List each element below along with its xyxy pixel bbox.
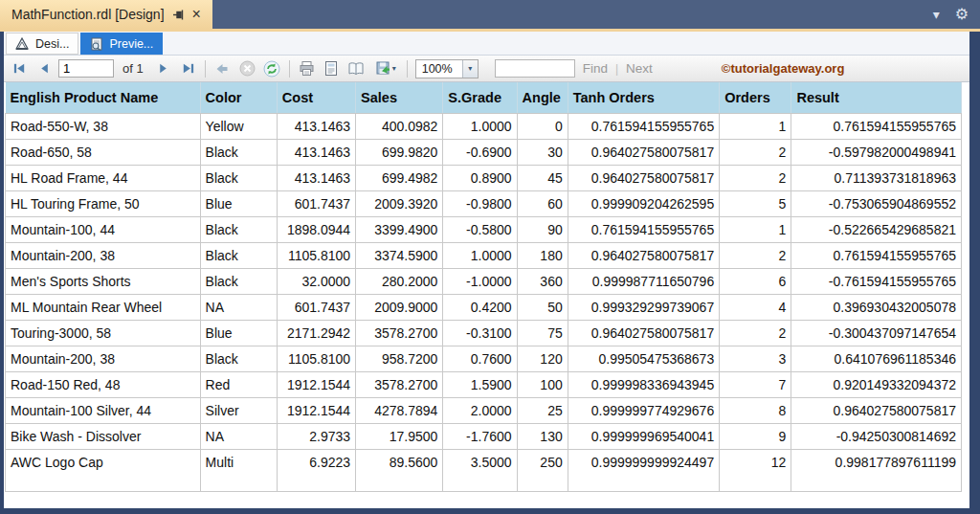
table-cell: 9 [720, 423, 791, 449]
export-icon [375, 60, 391, 77]
prev-page-button[interactable] [33, 58, 56, 79]
last-page-icon [181, 61, 195, 76]
table-cell: 1 [720, 216, 791, 242]
tab-preview[interactable]: Previe... [80, 33, 163, 55]
report-toolbar: of 1 [4, 56, 969, 82]
table-cell: Black [200, 139, 277, 165]
table-cell: Black [200, 268, 277, 294]
table-cell: 3.5000 [443, 449, 517, 491]
stop-button[interactable] [236, 58, 258, 79]
gear-icon[interactable]: ⚙ [955, 7, 969, 22]
back-arrow-icon [214, 61, 230, 77]
table-cell: 100 [517, 371, 568, 397]
find-next-button[interactable]: Next [626, 61, 653, 76]
table-cell: 0.998177897611199 [791, 449, 962, 491]
table-cell: 250 [517, 449, 568, 491]
table-cell: -0.9800 [443, 190, 517, 216]
report-table-body: Road-550-W, 38Yellow413.1463400.09821.00… [6, 113, 962, 491]
column-header: Orders [720, 82, 791, 113]
find-button[interactable]: Find [583, 61, 608, 76]
table-cell: 0.99505475368673 [568, 346, 719, 371]
table-row: Men's Sports ShortsBlack32.0000280.2000-… [6, 268, 962, 294]
zoom-select[interactable]: 100% ▾ [415, 59, 479, 78]
table-cell: 4 [720, 294, 791, 320]
report-canvas: English Product NameColorCostSalesS.Grad… [4, 82, 969, 508]
table-cell: 3578.2700 [356, 371, 443, 397]
page-count-label: of 1 [122, 61, 144, 76]
document-tab[interactable]: MathFunction.rdl [Design] × [0, 0, 212, 29]
table-cell: 60 [517, 190, 568, 216]
table-cell: 699.4982 [356, 165, 443, 190]
table-cell: 0.8900 [443, 165, 517, 190]
table-cell: 0.964027580075817 [568, 242, 719, 268]
table-cell: Mountain-100 Silver, 44 [6, 397, 201, 423]
chevron-down-icon[interactable]: ▾ [933, 8, 940, 21]
export-button[interactable]: ▾ [370, 58, 401, 79]
table-cell: 4278.7894 [356, 397, 443, 423]
table-cell: Blue [200, 320, 277, 346]
table-cell: Bike Wash - Dissolver [6, 423, 201, 449]
table-cell: 3399.4900 [356, 216, 443, 242]
back-button[interactable] [212, 58, 234, 79]
table-cell: 89.5600 [356, 449, 443, 491]
page-number-input[interactable] [58, 59, 114, 78]
table-cell: 0.761594155955765 [568, 216, 719, 242]
table-cell: 0.761594155955765 [791, 113, 962, 139]
table-cell: -0.300437097147654 [791, 320, 962, 346]
zoom-caret-icon[interactable]: ▾ [462, 60, 478, 78]
print-layout-button[interactable] [321, 58, 343, 79]
table-cell: Road-650, 58 [6, 139, 201, 165]
table-cell: -1.7600 [443, 423, 517, 449]
column-header: Tanh Orders [568, 82, 719, 113]
refresh-icon [263, 60, 280, 78]
table-cell: Blue [200, 190, 277, 216]
table-cell: 0.4200 [443, 294, 517, 320]
tab-design[interactable]: Desi... [6, 33, 78, 55]
table-cell: AWC Logo Cap [6, 449, 201, 491]
table-cell: -0.597982000498941 [791, 139, 962, 165]
find-input[interactable] [495, 59, 575, 78]
close-icon[interactable]: × [192, 7, 201, 22]
table-cell: 0.761594155955765 [791, 242, 962, 268]
table-cell: 17.9500 [356, 423, 443, 449]
table-cell: 0.999329299739067 [568, 294, 719, 320]
table-cell: Yellow [200, 113, 277, 139]
table-cell: -0.5800 [443, 216, 517, 242]
tab-preview-label: Previe... [109, 37, 153, 51]
page-setup-button[interactable] [345, 58, 368, 79]
pin-icon[interactable] [173, 10, 184, 20]
table-cell: Mountain-200, 38 [6, 346, 201, 371]
table-cell: 30 [517, 139, 568, 165]
table-cell: 1105.8100 [277, 242, 355, 268]
table-cell: 6.9223 [277, 449, 355, 491]
table-cell: 0.7600 [443, 346, 517, 371]
document-tab-title: MathFunction.rdl [Design] [11, 7, 165, 22]
table-row: Road-150 Red, 48Red1912.15443578.27001.5… [6, 371, 962, 397]
table-cell: 413.1463 [277, 165, 355, 190]
table-cell: 2.0000 [443, 397, 517, 423]
table-cell: 6 [720, 268, 791, 294]
table-cell: 2009.9000 [356, 294, 443, 320]
table-cell: 0.641076961185346 [791, 346, 962, 371]
next-page-button[interactable] [152, 58, 174, 79]
print-button[interactable] [296, 58, 318, 79]
table-cell: 5 [720, 190, 791, 216]
first-page-button[interactable] [9, 58, 31, 79]
table-cell: 0 [517, 113, 568, 139]
table-cell: -0.761594155955765 [791, 268, 962, 294]
table-cell: 0.999987711650796 [568, 268, 719, 294]
table-cell: 45 [517, 165, 568, 190]
next-page-icon [156, 61, 170, 76]
table-cell: 120 [517, 346, 568, 371]
table-row: Mountain-100 Silver, 44Silver1912.154442… [6, 397, 962, 423]
table-cell: 0.999998336943945 [568, 371, 719, 397]
table-cell: 400.0982 [356, 113, 443, 139]
table-row: Mountain-200, 38Black1105.81003374.59001… [6, 242, 962, 268]
report-table: English Product NameColorCostSalesS.Grad… [5, 82, 962, 492]
tab-design-label: Desi... [35, 37, 69, 51]
last-page-button[interactable] [177, 58, 199, 79]
table-cell: 280.2000 [356, 268, 443, 294]
column-header: Angle [517, 82, 568, 113]
watermark: ©tutorialgateway.org [722, 61, 845, 76]
refresh-button[interactable] [261, 58, 283, 79]
